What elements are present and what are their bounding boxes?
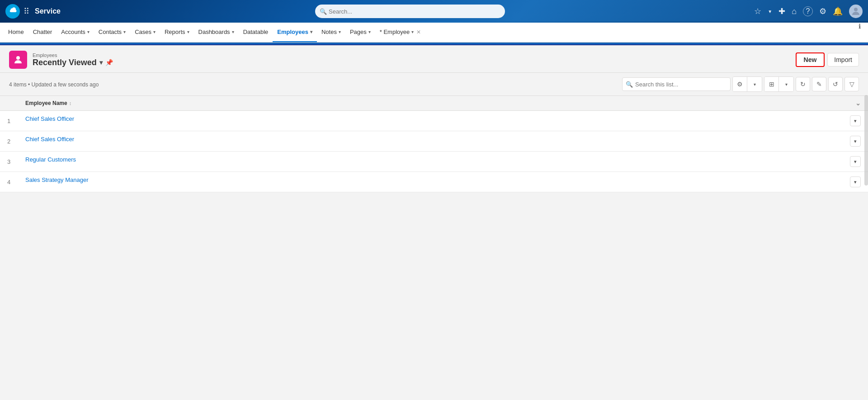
nav-chatter[interactable]: Chatter (28, 23, 57, 42)
row-number: 2 (0, 131, 18, 152)
row-employee-name: Chief Sales Officer ▾ (18, 131, 868, 152)
row-employee-name: Sales Strategy Manager ▾ (18, 172, 868, 192)
list-header-title: Recently Viewed ▾ 📌 (33, 58, 113, 67)
nav-datatable[interactable]: Datatable (239, 23, 273, 42)
employee-link[interactable]: Regular Customers (25, 156, 76, 163)
settings-dropdown-btn[interactable]: ▾ (747, 77, 762, 91)
row-number: 1 (0, 111, 18, 131)
employee-tab-close[interactable]: ✕ (416, 29, 421, 35)
top-nav: ⠿ Service 🔍 ☆ ▼ ✚ ⌂ ? ⚙ 🔔 (0, 0, 868, 23)
app-title: Service (35, 7, 61, 15)
help-icon[interactable]: ? (803, 6, 813, 16)
pages-chevron: ▾ (368, 29, 371, 34)
nav-employee-tab[interactable]: * Employee ▾ ✕ (375, 23, 425, 42)
dashboards-chevron: ▾ (232, 29, 234, 34)
employee-link[interactable]: Chief Sales Officer (25, 115, 74, 122)
notifications-icon[interactable]: 🔔 (833, 6, 843, 16)
nav-cases[interactable]: Cases ▾ (130, 23, 160, 42)
global-search-input[interactable] (315, 5, 505, 18)
list-header-text: Employees Recently Viewed ▾ 📌 (33, 52, 113, 67)
nav-dashboards[interactable]: Dashboards ▾ (194, 23, 239, 42)
top-right-icons: ☆ ▼ ✚ ⌂ ? ⚙ 🔔 (754, 5, 863, 18)
items-count: 4 items • Updated a few seconds ago (9, 81, 99, 88)
employees-list-icon (9, 51, 27, 69)
nav-info-icon[interactable]: ℹ (855, 23, 864, 42)
settings-btn-group: ⚙ ▾ (732, 76, 762, 92)
new-button[interactable]: New (796, 52, 825, 67)
employee-tab-chevron: ▾ (411, 29, 414, 34)
search-list-wrapper: 🔍 (622, 77, 731, 91)
edit-btn[interactable]: ✎ (812, 77, 826, 91)
table-row: 4 Sales Strategy Manager ▾ (0, 172, 868, 192)
view-toggle-group: ⊞ ▾ (764, 76, 794, 92)
nav-reports[interactable]: Reports ▾ (160, 23, 194, 42)
favorites-dropdown-icon[interactable]: ▼ (768, 9, 772, 14)
add-icon[interactable]: ✚ (778, 6, 785, 16)
list-toolbar: 4 items • Updated a few seconds ago 🔍 ⚙ … (0, 73, 868, 96)
refresh-btn[interactable]: ↻ (796, 77, 810, 91)
cases-chevron: ▾ (153, 29, 156, 34)
th-row-num (0, 96, 18, 111)
employees-chevron: ▾ (310, 29, 312, 34)
row-employee-name: Regular Customers ▾ (18, 152, 868, 172)
search-list-icon: 🔍 (626, 81, 633, 88)
row-action-btn[interactable]: ▾ (850, 176, 861, 187)
table-row: 1 Chief Sales Officer ▾ (0, 111, 868, 131)
avatar[interactable] (849, 5, 863, 18)
undo-btn[interactable]: ↺ (828, 77, 843, 91)
svg-point-0 (854, 8, 858, 11)
row-action-btn[interactable]: ▾ (850, 156, 861, 167)
nav-home[interactable]: Home (4, 23, 28, 42)
settings-icon[interactable]: ⚙ (819, 6, 826, 16)
svg-point-1 (16, 56, 20, 60)
items-count-container: 4 items • Updated a few seconds ago (9, 81, 99, 88)
list-view-title-chevron[interactable]: ▾ (99, 59, 103, 66)
notes-chevron: ▾ (339, 29, 341, 34)
list-header-right: New Import (796, 52, 859, 67)
row-number: 3 (0, 152, 18, 172)
list-header-left: Employees Recently Viewed ▾ 📌 (9, 51, 113, 69)
list-header: Employees Recently Viewed ▾ 📌 New Import (0, 45, 868, 73)
main-content: Employees Recently Viewed ▾ 📌 New Import… (0, 45, 868, 400)
import-button[interactable]: Import (827, 53, 859, 67)
nav-accounts[interactable]: Accounts ▾ (57, 23, 94, 42)
salesforce-logo[interactable] (5, 4, 20, 19)
toolbar-right: 🔍 ⚙ ▾ ⊞ ▾ ↻ ✎ ↺ ▽ (622, 76, 859, 92)
employee-link[interactable]: Chief Sales Officer (25, 136, 74, 143)
scrollbar[interactable] (864, 95, 868, 186)
employees-table: Employee Name ↕ ⌄ 1 Chief Sales Officer … (0, 96, 868, 192)
nav-employees[interactable]: Employees ▾ (273, 23, 317, 42)
table-header-row: Employee Name ↕ ⌄ (0, 96, 868, 111)
row-number: 4 (0, 172, 18, 192)
list-view-title: Recently Viewed (33, 58, 97, 67)
view-dropdown-btn[interactable]: ▾ (779, 77, 793, 91)
th-chevron: ⌄ (855, 100, 861, 107)
search-container: 🔍 (70, 5, 750, 18)
filter-btn[interactable]: ▽ (844, 77, 859, 91)
row-employee-name: Chief Sales Officer ▾ (18, 111, 868, 131)
table-view-btn[interactable]: ⊞ (764, 77, 779, 91)
nav-contacts[interactable]: Contacts ▾ (94, 23, 130, 42)
pin-icon[interactable]: 📌 (105, 59, 113, 66)
reports-chevron: ▾ (187, 29, 189, 34)
search-list-input[interactable] (622, 77, 731, 91)
row-action-btn[interactable]: ▾ (850, 115, 861, 126)
accounts-chevron: ▾ (87, 29, 90, 34)
star-icon[interactable]: ☆ (754, 6, 761, 16)
employee-link[interactable]: Sales Strategy Manager (25, 176, 88, 183)
table-row: 2 Chief Sales Officer ▾ (0, 131, 868, 152)
nav-notes[interactable]: Notes ▾ (317, 23, 345, 42)
setup-icon[interactable]: ⌂ (792, 7, 797, 16)
settings-btn[interactable]: ⚙ (733, 77, 747, 91)
row-action-btn[interactable]: ▾ (850, 136, 861, 147)
list-breadcrumb: Employees (33, 52, 113, 58)
contacts-chevron: ▾ (123, 29, 126, 34)
th-employee-name[interactable]: Employee Name ↕ ⌄ (18, 96, 868, 111)
app-grid-icon[interactable]: ⠿ (24, 6, 29, 16)
sort-icon: ↕ (69, 100, 72, 106)
table-row: 3 Regular Customers ▾ (0, 152, 868, 172)
nav-bar: Home Chatter Accounts ▾ Contacts ▾ Cases… (0, 23, 868, 43)
search-wrapper: 🔍 (315, 5, 505, 18)
search-icon: 🔍 (320, 8, 327, 15)
nav-pages[interactable]: Pages ▾ (345, 23, 375, 42)
